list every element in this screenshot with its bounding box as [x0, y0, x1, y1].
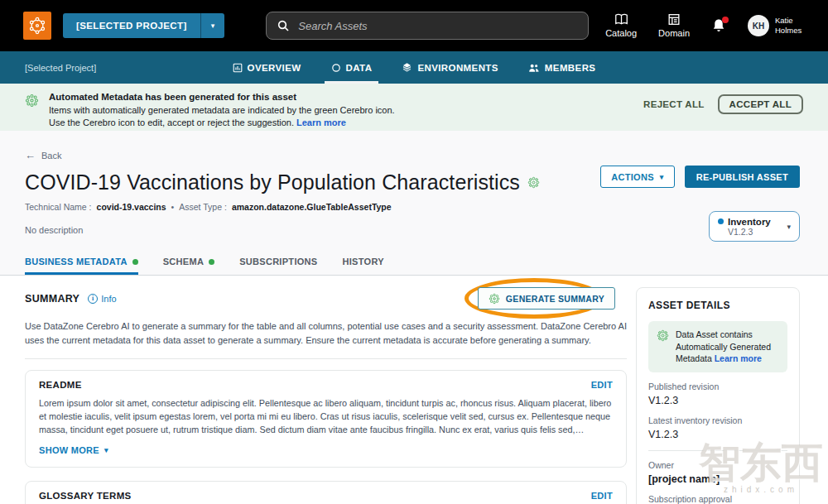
readme-card: README EDIT Lorem ipsum dolor sit amet, … [25, 370, 627, 468]
owner-value: [project name] [648, 473, 787, 485]
domain-label: Domain [658, 28, 690, 38]
asset-details-heading: ASSET DETAILS [648, 300, 787, 311]
details-divider [648, 450, 787, 451]
domain-building-icon [667, 13, 681, 26]
technical-name-value: covid-19.vaccins [97, 202, 166, 212]
accept-all-button[interactable]: ACCEPT ALL [718, 94, 803, 114]
back-link[interactable]: ← Back [25, 149, 61, 161]
data-label: DATA [346, 63, 373, 73]
published-revision-label: Published revision [648, 382, 787, 391]
summary-section: SUMMARY i Info [25, 287, 627, 359]
back-label: Back [41, 151, 61, 161]
details-learn-more-link[interactable]: Learn more [715, 353, 762, 363]
search-icon [277, 19, 290, 32]
selected-project-label: [SELECTED PROJECT] [63, 13, 200, 38]
avatar: KH [748, 15, 769, 36]
auto-metadata-notice: Data Asset contains Automatically Genera… [648, 321, 787, 372]
cerebro-icon [657, 329, 669, 342]
tab-business-metadata-label: BUSINESS METADATA [25, 257, 128, 266]
domain-nav-button[interactable]: Domain [658, 13, 690, 38]
actions-label: ACTIONS [611, 172, 654, 182]
project-nav-bar: [Selected Project] OVERVIEW DATA [0, 51, 828, 84]
datazone-logo-icon[interactable] [23, 12, 51, 40]
latest-inventory-value: V1.2.3 [648, 429, 787, 440]
generate-summary-button[interactable]: GENERATE SUMMARY [478, 287, 615, 310]
banner-title: Automated Metadata has been generated fo… [49, 92, 643, 102]
asset-search-box[interactable] [266, 12, 589, 40]
project-dropdown-caret[interactable]: ▾ [200, 13, 225, 38]
generate-summary-label: GENERATE SUMMARY [506, 294, 604, 304]
tab-history[interactable]: HISTORY [342, 257, 383, 275]
business-metadata-cerebro-dot [132, 259, 138, 265]
back-arrow-icon: ← [25, 149, 36, 161]
nav-item-environments[interactable]: ENVIRONMENTS [402, 51, 498, 84]
readme-body: Lorem ipsum dolor sit amet, consectetur … [39, 396, 613, 437]
tab-subscriptions-label: SUBSCRIPTIONS [239, 257, 317, 266]
actions-button[interactable]: ACTIONS ▾ [600, 166, 674, 188]
notifications-button[interactable] [711, 18, 726, 34]
show-more-label: SHOW MORE [39, 445, 99, 455]
app-window: [SELECTED PROJECT] ▾ Catalog [0, 0, 828, 504]
data-icon [331, 63, 341, 73]
nav-item-data[interactable]: DATA [331, 51, 373, 84]
inventory-caret-icon: ▾ [787, 223, 791, 231]
members-people-icon [528, 63, 540, 73]
nav-item-overview[interactable]: OVERVIEW [233, 51, 301, 84]
generate-summary-cerebro-icon [489, 293, 500, 305]
catalog-nav-button[interactable]: Catalog [605, 13, 637, 38]
summary-description: Use DataZone Cerebro AI to generate a su… [25, 319, 627, 347]
tab-schema-label: SCHEMA [163, 257, 204, 266]
catalog-book-icon [614, 13, 628, 26]
overview-icon [233, 63, 243, 73]
banner-learn-more-link[interactable]: Learn more [296, 118, 346, 127]
schema-cerebro-dot [209, 259, 214, 265]
inventory-label: Inventory [728, 217, 771, 227]
summary-info-link[interactable]: i Info [88, 294, 116, 304]
catalog-label: Catalog [605, 28, 637, 38]
banner-description: Items with automatically generated metad… [49, 104, 643, 129]
tab-schema[interactable]: SCHEMA [163, 257, 214, 275]
selected-project-button[interactable]: [SELECTED PROJECT] ▾ [63, 13, 224, 38]
glossary-edit-link[interactable]: EDIT [591, 491, 613, 501]
summary-heading: SUMMARY [25, 293, 79, 305]
inventory-status-dot [718, 218, 724, 224]
environments-layers-icon [402, 62, 412, 73]
reject-all-button[interactable]: REJECT ALL [643, 99, 705, 109]
glossary-terms-card: GLOSSARY TERMS EDIT Public health COVID … [25, 481, 627, 504]
user-name: Katie Holmes [775, 16, 808, 36]
title-cerebro-icon[interactable] [527, 176, 540, 189]
glossary-heading: GLOSSARY TERMS [39, 491, 132, 501]
summary-divider [25, 358, 627, 359]
tab-history-label: HISTORY [342, 257, 383, 266]
members-label: MEMBERS [545, 63, 596, 73]
asset-page-header: ← Back COVID-19 Vaccinations by Populati… [0, 131, 828, 276]
tab-business-metadata[interactable]: BUSINESS METADATA [25, 257, 138, 275]
banner-line1: Items with automatically generated metad… [49, 105, 395, 115]
republish-asset-button[interactable]: RE-PUBLISH ASSET [685, 166, 800, 188]
top-bar: [SELECTED PROJECT] ▾ Catalog [0, 0, 828, 51]
search-input[interactable] [298, 20, 578, 32]
info-icon: i [88, 294, 98, 304]
technical-name-label: Technical Name : [25, 202, 92, 212]
notification-badge [722, 17, 729, 23]
summary-info-label: Info [101, 294, 116, 304]
tab-subscriptions[interactable]: SUBSCRIPTIONS [239, 257, 317, 275]
latest-inventory-label: Latest inventory revision [648, 415, 787, 425]
inventory-version: V1.2.3 [728, 227, 787, 237]
asset-meta-row: Technical Name : covid-19.vaccins • Asse… [25, 202, 800, 212]
banner-line2: Use the Cerebro icon to edit, accept or … [49, 118, 294, 127]
overview-label: OVERVIEW [248, 63, 301, 73]
nav-item-members[interactable]: MEMBERS [528, 51, 596, 84]
actions-caret-icon: ▾ [660, 173, 664, 181]
asset-description: No description [25, 225, 800, 235]
readme-heading: README [39, 380, 82, 390]
owner-label: Owner [648, 460, 787, 470]
page-title: COVID-19 Vaccinations by Population Char… [25, 170, 520, 194]
asset-type-label: Asset Type : [179, 202, 227, 212]
environments-label: ENVIRONMENTS [417, 63, 498, 73]
business-metadata-panel: SUMMARY i Info [0, 276, 828, 504]
readme-edit-link[interactable]: EDIT [591, 380, 613, 390]
inventory-version-dropdown[interactable]: Inventory V1.2.3 ▾ [709, 211, 800, 242]
user-menu[interactable]: KH Katie Holmes [748, 15, 808, 36]
show-more-button[interactable]: SHOW MORE ▾ [39, 445, 108, 455]
